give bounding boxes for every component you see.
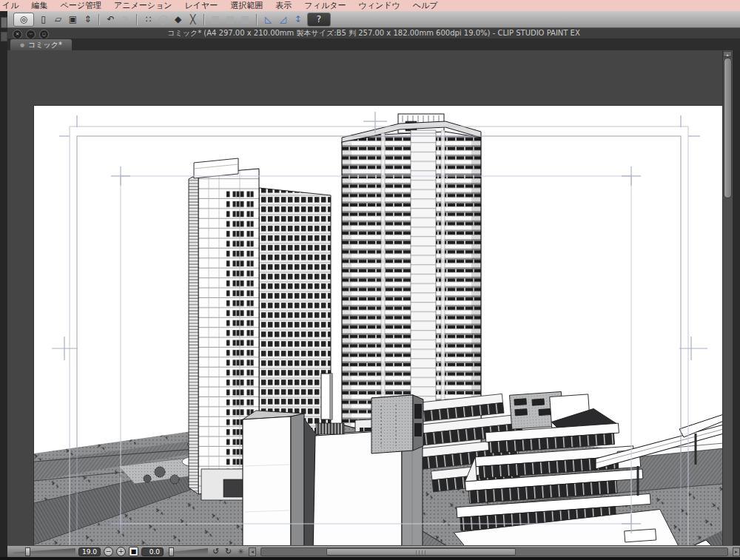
rotate-cw-button[interactable]: ↻ [223, 547, 233, 556]
status-bar: 19.0 − + ■ 0.0 ↺ ↻ ✳ ◂ ▸ [7, 545, 740, 557]
mask-icon-2[interactable]: ▨ [225, 13, 236, 26]
canvas-page[interactable] [34, 106, 724, 560]
rotate-ccw-button[interactable]: ↺ [211, 547, 221, 556]
scrollbar-grip [416, 550, 426, 555]
clip-studio-logo-button[interactable]: ◎ [13, 13, 34, 27]
window-right-edge [733, 50, 740, 545]
save-file-icon[interactable]: ▣ [67, 13, 78, 26]
tab-label: コミック* [28, 40, 62, 50]
scatter-select-icon[interactable]: ∷ [143, 13, 154, 26]
zoom-in-button[interactable]: + [116, 547, 126, 556]
rotation-value: 0.0 [141, 547, 164, 556]
vertical-scrollbar-thumb[interactable] [724, 58, 732, 198]
rotation-slider-handle[interactable] [169, 547, 174, 556]
help-button[interactable]: ? [307, 13, 331, 27]
canvas-tab-bar: ● コミック* [7, 38, 740, 50]
mask-icon-3[interactable]: ▦ [240, 13, 251, 26]
tab-comic[interactable]: ● コミック* [10, 39, 72, 50]
help-icon: ? [314, 13, 325, 26]
menu-window[interactable]: ウィンドウ [358, 0, 400, 11]
open-file-icon[interactable]: ▱ [53, 13, 64, 26]
scroll-right-button[interactable]: ▸ [733, 547, 740, 556]
transform-icon[interactable]: ╳ [187, 13, 198, 26]
window-controls: ✕ ─ ◻ [13, 30, 49, 39]
mask-icon-1[interactable]: ▨ [210, 13, 221, 26]
document-title: コミック* (A4 297.00 x 210.00mm 製本サイズ:B5 判 2… [167, 28, 580, 38]
snap-special-ruler-icon[interactable]: ◿ [278, 13, 289, 26]
new-file-icon[interactable]: ▯ [38, 13, 49, 26]
toolbar-separator [256, 14, 258, 25]
maximize-button[interactable]: ◻ [39, 30, 49, 39]
menu-file[interactable]: イル [2, 0, 19, 11]
menu-view[interactable]: 表示 [275, 0, 292, 11]
menu-help[interactable]: ヘルプ [413, 0, 438, 11]
horizontal-scrollbar-thumb[interactable] [326, 548, 516, 556]
fit-to-window-button[interactable]: ■ [129, 547, 138, 556]
clip-studio-paint-window: イル 編集 ページ管理 アニメーション レイヤー 選択範囲 表示 フィルター ウ… [0, 0, 740, 560]
move-tool-icon[interactable]: ◯ [158, 13, 169, 26]
zoom-value: 19.0 [78, 547, 101, 556]
menu-filter[interactable]: フィルター [304, 0, 346, 11]
menu-animation[interactable]: アニメーション [114, 0, 172, 11]
tab-modified-dot: ● [20, 42, 24, 48]
desktop-edge [0, 557, 740, 560]
minimize-button[interactable]: ─ [26, 30, 36, 39]
fill-bucket-icon[interactable]: ◆ [172, 13, 184, 26]
zoom-slider[interactable] [13, 548, 75, 556]
scroll-left-button[interactable]: ◂ [249, 547, 256, 556]
canvas-viewport[interactable] [7, 50, 722, 545]
scroll-up-button[interactable]: ▴ [723, 51, 732, 57]
left-panel-edge [0, 11, 7, 560]
snap-grid-icon[interactable]: ↕ [292, 13, 303, 26]
redo-icon[interactable]: ↷ [120, 13, 131, 26]
menu-page-manage[interactable]: ページ管理 [61, 0, 102, 11]
panel-edge-block [1, 17, 7, 28]
toolbar-separator [204, 14, 205, 25]
clip-studio-logo-icon: ◎ [18, 13, 30, 26]
zoom-slider-track [13, 548, 75, 556]
panel-edge-block [1, 32, 7, 41]
menu-edit[interactable]: 編集 [32, 0, 48, 11]
snap-ruler-icon[interactable]: ◺ [263, 13, 274, 26]
close-button[interactable]: ✕ [13, 30, 22, 39]
toolbar-separator [136, 14, 138, 25]
toolbar-separator [98, 14, 100, 25]
command-bar: ◎ ▯ ▱ ▣ ⇕ ↶ ↷ ∷ ◯ ◆ ╳ ▨ ▨ ▦ ◺ ◿ ↕ ? [7, 11, 740, 28]
zoom-slider-handle[interactable] [25, 547, 30, 556]
undo-icon[interactable]: ↶ [105, 13, 116, 26]
reset-view-button[interactable]: ✳ [236, 547, 246, 556]
horizontal-scrollbar[interactable] [260, 547, 728, 556]
menu-bar: イル 編集 ページ管理 アニメーション レイヤー 選択範囲 表示 フィルター ウ… [0, 0, 740, 11]
menu-layer[interactable]: レイヤー [185, 0, 218, 11]
zoom-out-button[interactable]: − [104, 547, 113, 556]
rotation-slider[interactable] [166, 548, 208, 556]
save-stepper-icon[interactable]: ⇕ [82, 13, 93, 26]
document-title-bar[interactable]: ✕ ─ ◻ コミック* (A4 297.00 x 210.00mm 製本サイズ:… [7, 28, 740, 38]
menu-selection[interactable]: 選択範囲 [230, 0, 263, 11]
